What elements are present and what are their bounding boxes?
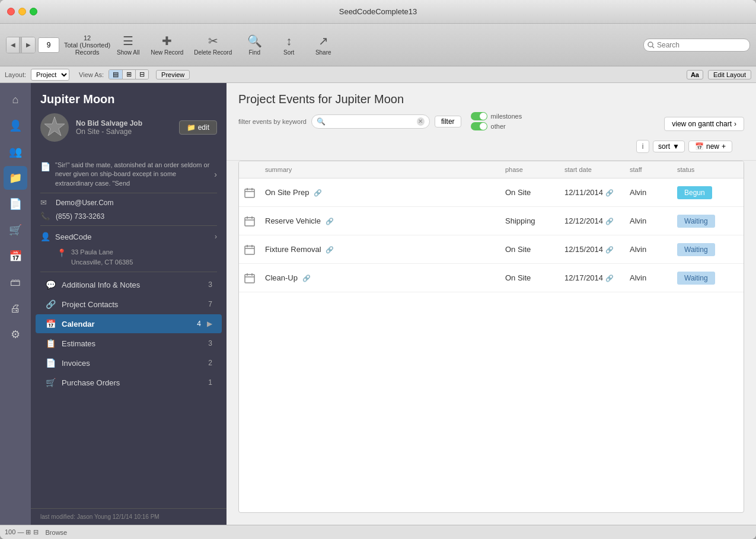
font-size-button[interactable]: Aa [687,70,703,79]
reserve-vehicle-calendar-icon [239,211,260,231]
phone-row: 📞 (855) 733-3263 [31,209,227,223]
on-site-prep-link-icon[interactable]: 🔗 [314,189,322,196]
show-all-button[interactable]: ☰ Show All [111,31,145,58]
cart-icon: 🛒 [9,224,22,237]
on-site-prep-date-link-icon[interactable]: 🔗 [605,189,614,196]
sort-icon: ↕ [286,34,292,48]
preview-button[interactable]: Preview [156,70,190,79]
event-row-fixture-removal[interactable]: Fixture Removal 🔗 On Site 12/15/2014 🔗 A… [239,235,744,264]
company-expand-icon: › [215,232,217,241]
calendar-label: Calendar [62,320,191,328]
share-button[interactable]: ↗ Share [307,31,340,58]
delete-record-button[interactable]: ✂ Delete Record [189,31,237,58]
minimize-button[interactable] [18,8,26,15]
clean-up-phase: On Site [500,269,560,287]
total-sublabel: Total (Unsorted) [64,42,110,49]
event-row-on-site-prep[interactable]: On Site Prep 🔗 On Site 12/11/2014 🔗 Alvi… [239,178,744,207]
sidebar-item-invoices[interactable]: 📄 Invoices 2 [36,353,222,372]
milestones-toggle[interactable] [471,112,487,120]
project-contacts-count: 7 [208,300,212,308]
user-icon: 👤 [9,119,22,132]
panel-header: Project Events for Jupiter Moon filter e… [227,83,756,161]
sidebar-item-calendar[interactable]: 📅 Calendar 4 ▶ [36,314,222,333]
sidebar-item-project-contacts[interactable]: 🔗 Project Contacts 7 [36,295,222,314]
clean-up-link-icon[interactable]: 🔗 [302,275,311,282]
sidebar-item-purchase-orders[interactable]: 🛒 Purchase Orders 1 [36,373,222,392]
clean-up-status: Waiting [672,269,744,287]
reserve-vehicle-link-icon[interactable]: 🔗 [326,218,334,225]
maximize-button[interactable] [30,8,37,15]
nav-home-button[interactable]: ⌂ [4,88,27,111]
filter-bar: filter events by keyword 🔍 ✕ filter mile… [238,112,522,130]
on-site-prep-start-date: 12/11/2014 🔗 [560,183,625,202]
company-row[interactable]: 👤 SeedCode › [31,228,227,245]
nav-back-button[interactable]: ◀ [7,37,20,53]
edit-layout-button[interactable]: Edit Layout [708,70,751,79]
new-record-button[interactable]: ✚ New Record [146,31,188,58]
filter-clear-button[interactable]: ✕ [417,117,425,126]
close-button[interactable] [7,8,15,15]
filter-search-icon: 🔍 [317,117,326,126]
event-row-clean-up[interactable]: Clean-Up 🔗 On Site 12/17/2014 🔗 Alvin Wa… [239,264,744,292]
nav-user-button[interactable]: 👤 [4,114,27,138]
record-number-input[interactable] [38,37,59,53]
events-new-button[interactable]: 📅 new + [688,141,732,152]
view-list-button[interactable]: ▤ [109,70,123,79]
location-icon: 📍 [57,247,66,259]
estimates-count: 3 [208,339,212,347]
settings-icon: ⚙ [11,328,20,341]
purchase-orders-label: Purchase Orders [62,378,202,387]
notes-icon: 📄 [40,162,50,171]
milestones-toggle-row: milestones [471,112,522,120]
filter-input-wrap: 🔍 ✕ [311,114,430,129]
find-button[interactable]: 🔍 Find [238,31,271,58]
edit-project-button[interactable]: 📁 edit [179,120,217,135]
sort-label: Sort [283,49,294,56]
filter-button[interactable]: filter [435,116,461,127]
clean-up-status-badge[interactable]: Waiting [677,272,715,285]
fixture-removal-status-badge[interactable]: Waiting [677,243,715,256]
view-table-button[interactable]: ⊞ [123,70,136,79]
fixture-removal-link-icon[interactable]: 🔗 [326,246,334,253]
nav-users-button[interactable]: 👥 [4,140,27,164]
fixture-removal-date-link-icon[interactable]: 🔗 [605,246,614,253]
search-input[interactable] [643,39,750,52]
nav-forward-button[interactable]: ▶ [22,37,35,53]
col-icon [239,164,260,176]
filter-label: filter events by keyword [238,118,307,125]
nav-print-button[interactable]: 🖨 [4,296,27,320]
other-toggle-label: other [491,123,506,130]
clean-up-start-date: 12/17/2014 🔗 [560,269,625,287]
nav-archive-button[interactable]: 🗃 [4,270,27,294]
svg-rect-1 [245,189,254,197]
notes-expand-button[interactable]: › [214,170,217,179]
nav-calendar-button[interactable]: 📅 [4,244,27,268]
other-toggle[interactable] [471,122,487,130]
nav-document-button[interactable]: 📄 [4,192,27,216]
info-button[interactable]: i [636,140,649,153]
nav-folder-button[interactable]: 📁 [4,166,27,190]
show-all-label: Show All [117,49,139,56]
view-gantt-button[interactable]: view on gantt chart › [664,117,744,131]
invoices-icon: 📄 [45,358,56,368]
sidebar-item-estimates[interactable]: 📋 Estimates 3 [36,334,222,353]
navigation-group: ◀ ▶ 12 Total (Unsorted) Records [6,34,110,56]
email-text: Demo@User.Com [56,199,114,207]
view-as-label: View As: [79,71,104,78]
project-name: Jupiter Moon [40,93,217,106]
project-contacts-label: Project Contacts [62,300,202,309]
clean-up-date-link-icon[interactable]: 🔗 [605,275,614,282]
sidebar-item-additional-info[interactable]: 💬 Additional Info & Notes 3 [36,275,222,294]
filter-input[interactable] [328,117,417,126]
layout-select[interactable]: Project [31,69,69,81]
reserve-vehicle-date-link-icon[interactable]: 🔗 [605,218,614,225]
event-row-reserve-vehicle[interactable]: Reserve Vehicle 🔗 Shipping 12/12/2014 🔗 … [239,207,744,235]
nav-cart-button[interactable]: 🛒 [4,218,27,242]
view-gallery-button[interactable]: ⊟ [136,70,148,79]
on-site-prep-status-badge[interactable]: Begun [677,186,712,199]
main-window: SeedCodeComplete13 ◀ ▶ 12 Total (Unsorte… [0,0,756,539]
events-sort-button[interactable]: sort ▼ [653,141,685,152]
sort-button[interactable]: ↕ Sort [272,32,305,58]
reserve-vehicle-status-badge[interactable]: Waiting [677,215,715,228]
nav-settings-button[interactable]: ⚙ [4,323,27,346]
